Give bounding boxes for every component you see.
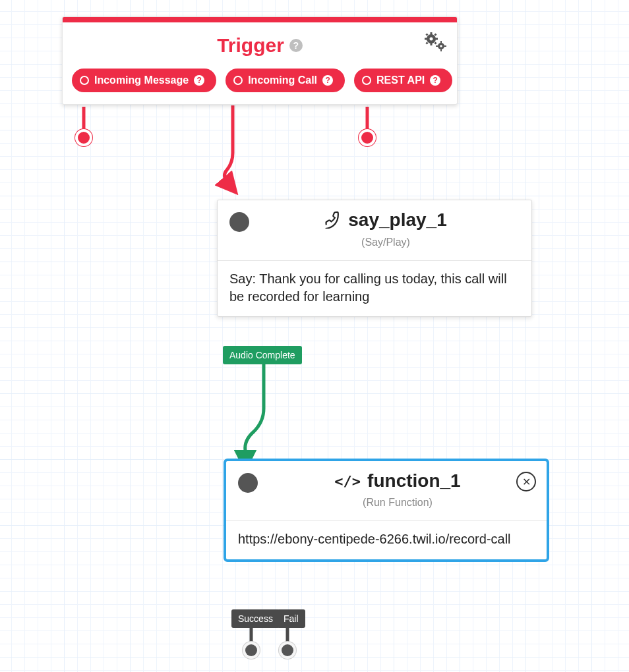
outcome-fail[interactable]: Fail xyxy=(277,609,305,628)
widget-name: function_1 xyxy=(367,470,461,491)
trigger-accent-bar xyxy=(63,17,457,22)
say-play-body: Say: Thank you for calling us today, thi… xyxy=(218,261,531,316)
outcome-success[interactable]: Success xyxy=(231,609,280,628)
settings-gears-icon[interactable] xyxy=(424,32,446,54)
trigger-title: Trigger ? xyxy=(217,34,303,57)
svg-rect-5 xyxy=(435,38,438,40)
svg-rect-14 xyxy=(436,45,438,47)
pill-incoming-call[interactable]: Incoming Call ? xyxy=(225,69,345,92)
svg-rect-6 xyxy=(425,33,428,36)
svg-rect-9 xyxy=(425,42,428,44)
output-port-icon xyxy=(80,76,89,85)
function-widget[interactable]: ✕ </> function_1 (Run Function) https://… xyxy=(224,459,549,562)
widget-title: </> function_1 xyxy=(334,470,460,491)
svg-rect-4 xyxy=(425,38,427,40)
say-prefix: Say: xyxy=(229,271,259,286)
svg-rect-13 xyxy=(440,49,442,51)
trigger-widget[interactable]: Trigger ? xyxy=(62,16,458,105)
say-play-widget[interactable]: say_play_1 (Say/Play) Say: Thank you for… xyxy=(217,200,532,317)
svg-rect-15 xyxy=(444,45,446,47)
pill-label: Incoming Message xyxy=(94,74,189,86)
flow-canvas[interactable]: Trigger ? xyxy=(0,0,629,672)
function-url: https://ebony-centipede-6266.twil.io/rec… xyxy=(226,521,547,559)
svg-rect-7 xyxy=(434,42,436,44)
phone-icon xyxy=(324,211,342,229)
widget-title: say_play_1 xyxy=(324,210,446,231)
help-icon[interactable]: ? xyxy=(194,75,204,86)
svg-rect-8 xyxy=(434,33,436,36)
svg-rect-3 xyxy=(431,43,433,45)
output-port-icon xyxy=(233,76,243,85)
pill-incoming-message[interactable]: Incoming Message ? xyxy=(72,69,216,92)
svg-point-11 xyxy=(440,45,442,47)
outcome-audio-complete[interactable]: Audio Complete xyxy=(223,346,302,364)
output-port-icon xyxy=(362,76,371,85)
close-icon[interactable]: ✕ xyxy=(516,472,536,491)
trigger-title-text: Trigger xyxy=(217,34,284,57)
say-text: Thank you for calling us today, this cal… xyxy=(229,271,507,304)
widget-subtitle: (Say/Play) xyxy=(252,237,520,248)
endpoint-incoming-message[interactable] xyxy=(78,132,90,144)
endpoint-success[interactable] xyxy=(245,644,257,656)
widget-name: say_play_1 xyxy=(348,210,446,231)
input-port[interactable] xyxy=(229,212,249,232)
help-icon[interactable]: ? xyxy=(289,39,303,52)
pill-label: Incoming Call xyxy=(248,74,317,86)
code-icon: </> xyxy=(334,473,361,490)
endpoint-fail[interactable] xyxy=(282,644,293,656)
trigger-outputs: Incoming Message ? Incoming Call ? REST … xyxy=(63,61,457,104)
pill-label: REST API xyxy=(376,74,425,86)
svg-rect-2 xyxy=(431,32,433,35)
widget-subtitle: (Run Function) xyxy=(260,497,535,509)
help-icon[interactable]: ? xyxy=(322,75,333,86)
svg-rect-12 xyxy=(440,41,442,43)
input-port[interactable] xyxy=(238,473,258,493)
endpoint-rest-api[interactable] xyxy=(361,132,373,144)
help-icon[interactable]: ? xyxy=(430,75,440,86)
svg-point-1 xyxy=(430,38,433,41)
pill-rest-api[interactable]: REST API ? xyxy=(354,69,452,92)
